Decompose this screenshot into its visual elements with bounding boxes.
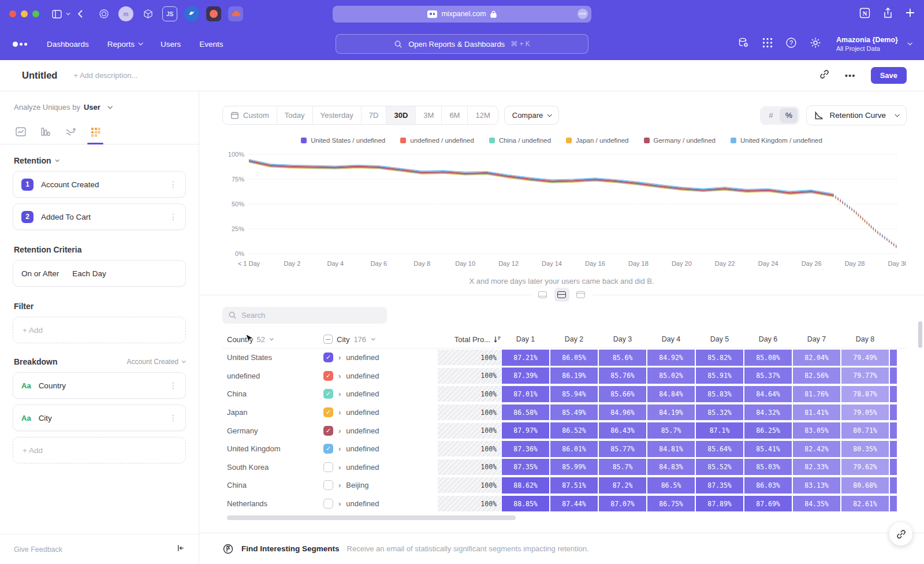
save-button[interactable]: Save (871, 67, 907, 84)
nav-item-dashboards[interactable]: Dashboards (47, 40, 89, 49)
segments-title[interactable]: Find Interesting Segments (241, 544, 340, 553)
chart-only-view-button[interactable] (535, 288, 550, 302)
data-management-icon[interactable] (737, 37, 750, 51)
settings-gear-icon[interactable] (810, 37, 821, 51)
nav-item-events[interactable]: Events (199, 40, 223, 49)
retention-curve-svg[interactable]: 0%25%50%75%100%< 1 DayDay 2Day 4Day 6Day… (222, 149, 906, 271)
analyze-value-dropdown[interactable]: User (84, 103, 100, 112)
expand-row-icon[interactable]: › (338, 353, 341, 362)
range-button-yesterday[interactable]: Yesterday (313, 106, 362, 124)
add-filter-button[interactable]: + Add (13, 317, 186, 343)
scrollbar-thumb[interactable] (227, 515, 516, 520)
range-button-12m[interactable]: 12M (468, 106, 497, 124)
expand-row-icon[interactable]: › (338, 444, 341, 453)
horizontal-scrollbar[interactable] (222, 515, 907, 520)
split-view-button[interactable] (554, 288, 569, 302)
copy-link-icon[interactable] (819, 69, 830, 82)
share-report-button[interactable] (889, 522, 912, 546)
range-button-30d[interactable]: 30D (386, 106, 416, 124)
extension-m-icon[interactable]: m (118, 6, 133, 21)
share-icon[interactable] (883, 8, 893, 21)
table-search[interactable] (222, 307, 387, 324)
step-card-added-to-cart[interactable]: 2 Added To Cart ⋮ (13, 203, 186, 230)
row-checkbox-checked[interactable]: ✓ (323, 389, 333, 399)
minimize-window-button[interactable] (21, 10, 28, 17)
tab-retention[interactable] (83, 120, 107, 144)
tab-funnels[interactable] (33, 120, 58, 144)
range-button-6m[interactable]: 6M (442, 106, 468, 124)
legend-item[interactable]: undefined / undefined (400, 137, 474, 144)
row-checkbox-checked[interactable]: ✓ (323, 426, 333, 436)
row-checkbox-checked[interactable]: ✓ (323, 371, 333, 381)
nav-item-reports[interactable]: Reports (107, 40, 142, 49)
column-header-city[interactable]: City 176 (323, 335, 416, 344)
step-card-account-created[interactable]: 1 Account Created ⋮ (13, 171, 186, 198)
expand-row-icon[interactable]: › (338, 499, 341, 508)
expand-row-icon[interactable]: › (338, 426, 341, 435)
new-tab-icon[interactable] (906, 8, 915, 20)
zoom-window-button[interactable] (32, 10, 39, 17)
close-window-button[interactable] (9, 10, 16, 17)
address-bar-more-icon[interactable]: ••• (578, 9, 588, 19)
breakdown-card-city[interactable]: Aa City ⋮ (13, 405, 186, 431)
range-button-custom[interactable]: Custom (223, 106, 277, 124)
legend-item[interactable]: China / undefined (489, 137, 551, 144)
format-number-button[interactable]: # (762, 108, 780, 123)
retention-section-title[interactable]: Retention (14, 156, 51, 165)
nav-item-users[interactable]: Users (161, 40, 181, 49)
address-bar[interactable]: mixpanel.com ••• (333, 6, 591, 23)
row-checkbox-unchecked[interactable] (323, 462, 333, 472)
expand-row-icon[interactable]: › (338, 389, 341, 398)
extension-bird-icon[interactable] (184, 6, 199, 21)
criteria-primary[interactable]: On or After (21, 269, 59, 278)
add-description[interactable]: + Add description... (73, 71, 137, 80)
table-search-input[interactable] (241, 311, 374, 320)
kebab-menu-icon[interactable]: ⋮ (169, 180, 177, 188)
legend-item[interactable]: United Kingdom / undefined (731, 137, 822, 144)
extension-js-icon[interactable]: JS (162, 6, 177, 21)
legend-item[interactable]: Japan / undefined (566, 137, 628, 144)
row-checkbox-unchecked[interactable] (323, 499, 333, 509)
format-percent-button[interactable]: % (780, 108, 798, 123)
expand-row-icon[interactable]: › (338, 372, 341, 380)
select-all-checkbox[interactable] (323, 335, 333, 344)
breakdown-card-country[interactable]: Aa Country ⋮ (13, 372, 186, 399)
kebab-menu-icon[interactable]: ⋮ (169, 414, 177, 422)
kebab-menu-icon[interactable]: ⋮ (169, 381, 177, 389)
expand-row-icon[interactable]: › (338, 463, 341, 472)
global-search[interactable]: Open Reports & Dashboards ⌘ + K (336, 34, 588, 54)
tab-flows[interactable] (58, 120, 83, 144)
criteria-secondary[interactable]: Each Day (72, 269, 106, 278)
back-icon[interactable] (77, 10, 83, 18)
column-header-day[interactable]: Day 3 (598, 335, 647, 343)
column-header-day[interactable]: Day 7 (792, 335, 841, 343)
column-header-day[interactable]: Day 2 (550, 335, 598, 343)
column-header-total[interactable]: Total Pro... (416, 335, 501, 344)
extension-producthunt-icon[interactable] (206, 6, 221, 21)
help-icon[interactable]: ? (785, 37, 797, 51)
notion-icon[interactable]: N (859, 8, 870, 21)
legend-item[interactable]: Germany / undefined (644, 137, 716, 144)
mixpanel-logo[interactable] (13, 42, 27, 47)
range-button-today[interactable]: Today (277, 106, 313, 124)
expand-row-icon[interactable]: › (338, 408, 341, 417)
tab-insights[interactable] (8, 120, 33, 144)
give-feedback-link[interactable]: Give Feedback (14, 546, 62, 554)
vertical-scrollbar-thumb[interactable] (918, 321, 922, 348)
project-switcher[interactable]: Amazonia {Demo} All Project Data (836, 36, 911, 52)
more-options-icon[interactable]: ••• (845, 70, 856, 80)
criteria-card[interactable]: On or After Each Day (13, 260, 186, 287)
table-only-view-button[interactable] (573, 288, 588, 302)
chart-type-dropdown[interactable]: Retention Curve (806, 105, 907, 125)
column-header-day[interactable]: Day 4 (647, 335, 695, 343)
row-checkbox-unchecked[interactable] (323, 480, 333, 490)
extension-cube-icon[interactable] (140, 6, 155, 21)
extension-soundcloud-icon[interactable] (228, 6, 243, 21)
legend-item[interactable]: United States / undefined (301, 137, 385, 144)
column-header-day[interactable]: Day 1 (501, 335, 550, 343)
apps-grid-icon[interactable] (762, 38, 773, 50)
report-title[interactable]: Untitled (22, 70, 57, 81)
collapse-sidebar-icon[interactable] (176, 544, 185, 555)
expand-row-icon[interactable]: › (338, 481, 341, 489)
column-header-day[interactable]: Day 8 (841, 335, 889, 343)
